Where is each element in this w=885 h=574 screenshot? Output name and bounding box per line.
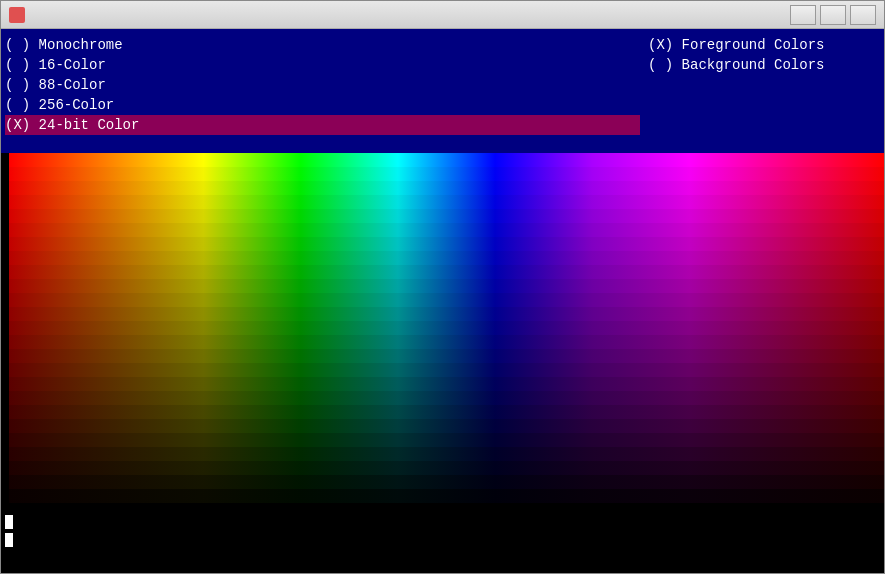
strip-gradient-1 [9,167,884,181]
strip-gradient-25 [9,503,884,513]
color-strip-19 [1,419,884,433]
color-strip-21 [1,447,884,461]
cursor-1 [5,515,13,529]
strip-cursor-23 [1,475,9,489]
color-strip-10 [1,293,884,307]
color-strip-4 [1,209,884,223]
color-strip-18 [1,405,884,419]
color-strip-3 [1,195,884,209]
menu-item-256color[interactable]: ( ) 256-Color [5,95,640,115]
menu-item-16color[interactable]: ( ) 16-Color [5,55,640,75]
strip-gradient-9 [9,279,884,293]
color-strip-25 [1,503,884,513]
strip-cursor-10 [1,293,9,307]
titlebar-left [9,7,31,23]
strip-cursor-24 [1,489,9,503]
strip-cursor-25 [1,503,9,513]
strip-gradient-7 [9,251,884,265]
menu-item-monochrome[interactable]: ( ) Monochrome [5,35,640,55]
strip-gradient-2 [9,181,884,195]
terminal-area: ( ) Monochrome( ) 16-Color( ) 88-Color( … [1,29,884,573]
color-strip-1 [1,167,884,181]
color-strip-2 [1,181,884,195]
strip-cursor-18 [1,405,9,419]
close-button[interactable] [850,5,876,25]
color-strip-23 [1,475,884,489]
color-strip-9 [1,279,884,293]
strip-gradient-24 [9,489,884,503]
menu-item-24bit[interactable]: (X) 24-bit Color [5,115,640,135]
strip-gradient-19 [9,419,884,433]
color-strip-6 [1,237,884,251]
strip-gradient-16 [9,377,884,391]
strip-cursor-1 [1,167,9,181]
color-strip-15 [1,363,884,377]
strip-cursor-3 [1,195,9,209]
color-strip-13 [1,335,884,349]
color-strip-20 [1,433,884,447]
bottom-line-2 [1,531,884,549]
right-option-fg[interactable]: (X) Foreground Colors [648,35,880,55]
strip-gradient-5 [9,223,884,237]
main-window: ( ) Monochrome( ) 16-Color( ) 88-Color( … [0,0,885,574]
strip-cursor-14 [1,349,9,363]
strip-cursor-12 [1,321,9,335]
strip-cursor-6 [1,237,9,251]
color-strip-7 [1,251,884,265]
app-icon [9,7,25,23]
strip-gradient-0 [9,153,884,167]
strip-gradient-21 [9,447,884,461]
bottom-line-1 [1,513,884,531]
strip-gradient-14 [9,349,884,363]
terminal-menu: ( ) Monochrome( ) 16-Color( ) 88-Color( … [1,35,884,135]
strip-gradient-11 [9,307,884,321]
strip-cursor-11 [1,307,9,321]
titlebar [1,1,884,29]
strip-cursor-2 [1,181,9,195]
strip-gradient-6 [9,237,884,251]
color-strip-8 [1,265,884,279]
strip-gradient-4 [9,209,884,223]
strip-gradient-15 [9,363,884,377]
cursor-2 [5,533,13,547]
color-strip-24 [1,489,884,503]
right-option-bg[interactable]: ( ) Background Colors [648,55,880,75]
strip-cursor-0 [1,153,9,167]
maximize-button[interactable] [820,5,846,25]
strip-gradient-20 [9,433,884,447]
minimize-button[interactable] [790,5,816,25]
strip-gradient-10 [9,293,884,307]
strip-gradient-22 [9,461,884,475]
strip-cursor-9 [1,279,9,293]
strip-cursor-19 [1,419,9,433]
strip-cursor-16 [1,377,9,391]
blank-separator [1,135,884,153]
color-gradient-area [1,153,884,513]
strip-gradient-8 [9,265,884,279]
strip-cursor-15 [1,363,9,377]
color-strip-22 [1,461,884,475]
color-strip-5 [1,223,884,237]
bottom-area [1,513,884,573]
strip-cursor-13 [1,335,9,349]
color-strip-0 [1,153,884,167]
strip-gradient-23 [9,475,884,489]
strip-cursor-20 [1,433,9,447]
strip-gradient-12 [9,321,884,335]
color-strip-11 [1,307,884,321]
exit-option[interactable] [648,111,880,113]
strip-cursor-7 [1,251,9,265]
color-strip-16 [1,377,884,391]
strip-cursor-17 [1,391,9,405]
menu-right: (X) Foreground Colors( ) Background Colo… [644,35,884,135]
strip-cursor-21 [1,447,9,461]
strip-gradient-3 [9,195,884,209]
menu-item-88color[interactable]: ( ) 88-Color [5,75,640,95]
window-controls [790,5,876,25]
strip-cursor-4 [1,209,9,223]
strip-gradient-18 [9,405,884,419]
strip-gradient-17 [9,391,884,405]
strip-cursor-8 [1,265,9,279]
menu-left: ( ) Monochrome( ) 16-Color( ) 88-Color( … [1,35,644,135]
color-strip-17 [1,391,884,405]
